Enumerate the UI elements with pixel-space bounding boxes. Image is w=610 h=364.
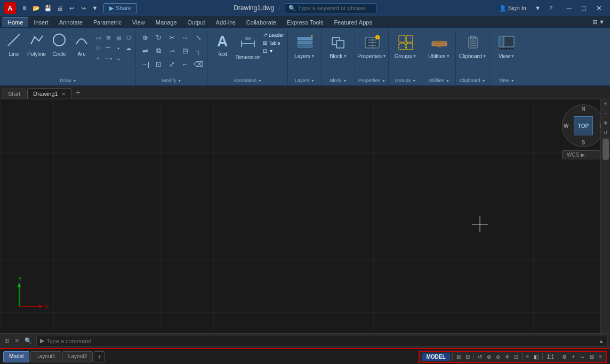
copy-btn[interactable]: ⧉ — [152, 44, 165, 57]
save-btn[interactable]: 💾 — [43, 3, 53, 13]
draw-group-label[interactable]: Draw ▼ — [60, 78, 77, 84]
offset-btn[interactable]: ⊸ — [165, 44, 178, 57]
utilities-group-footer[interactable]: Utilities ▼ — [429, 78, 450, 84]
command-close-btn[interactable]: ✕ — [12, 336, 21, 345]
tab-home[interactable]: Home — [2, 17, 28, 27]
clipboard-group-footer[interactable]: Clipboard ▼ — [460, 78, 485, 84]
annotation-scale-btn[interactable]: ↔ — [578, 353, 587, 360]
tab-output[interactable]: Output — [182, 18, 211, 27]
layout-tab-layout1[interactable]: Layout1 — [30, 351, 61, 362]
spline-btn[interactable]: 〜 — [103, 43, 113, 53]
leader-btn[interactable]: ↗ Leader — [261, 31, 285, 39]
command-history-btn[interactable]: ⊞ — [2, 336, 11, 345]
help-btn[interactable]: ? — [546, 4, 556, 12]
multiline-btn[interactable]: ≡ — [93, 54, 103, 63]
properties-button[interactable]: ! Properties ▼ — [358, 31, 386, 69]
grid-toggle-btn[interactable]: ⊞ — [455, 353, 462, 360]
polar-toggle-btn[interactable]: ↺ — [476, 353, 484, 360]
settings-btn[interactable]: ⚙ — [560, 353, 568, 360]
fillet-btn[interactable]: ╮ — [192, 44, 205, 57]
redo-btn[interactable]: ↪ — [78, 3, 89, 13]
line-button[interactable]: Line — [3, 31, 25, 59]
scale-btn[interactable]: 1:1 — [545, 353, 556, 360]
tab-manage[interactable]: Manage — [150, 18, 182, 27]
layout-tab-layout2[interactable]: Layout2 — [62, 351, 93, 362]
app-logo[interactable]: A — [4, 2, 16, 14]
search-bar[interactable]: 🔍 — [285, 3, 376, 13]
tab-express[interactable]: Express Tools — [282, 18, 328, 27]
rectangle-btn[interactable]: ▭ — [93, 33, 103, 42]
xline-btn[interactable]: ↔ — [114, 54, 123, 63]
extend-btn[interactable]: →| — [139, 58, 151, 70]
minimize-button[interactable]: ─ — [562, 3, 576, 13]
properties-group-footer[interactable]: Properties ▼ — [358, 78, 386, 84]
gradient-btn[interactable]: ▤ — [114, 33, 123, 42]
share-button[interactable]: ▶ Share — [103, 3, 137, 13]
pan-btn[interactable]: ✥ — [601, 118, 611, 128]
right-scrollbar[interactable] — [603, 139, 609, 332]
scale-btn[interactable]: ⤡ — [192, 31, 205, 44]
mirror-btn[interactable]: ⇌ — [139, 44, 151, 57]
orbit-btn[interactable]: ↺ — [601, 128, 611, 137]
new-layout-button[interactable]: + — [94, 351, 105, 362]
workspace-btn[interactable]: + — [570, 353, 576, 360]
wipe-btn[interactable]: ▪ — [114, 43, 123, 53]
signin-btn[interactable]: 👤 Sign In — [496, 4, 529, 13]
drawing1-tab-close[interactable]: ✕ — [61, 91, 66, 97]
layers-button[interactable]: Layers ▼ — [291, 31, 319, 69]
view-group-footer[interactable]: View ▼ — [499, 78, 514, 84]
viewport-controls-btn[interactable]: ⊞ — [588, 353, 596, 360]
clipboard-button[interactable]: Clipboard ▼ — [459, 31, 487, 69]
point-btn[interactable]: · — [124, 54, 133, 63]
drawing-viewport[interactable]: N S W E TOP WCS ▶ + − ✥ ↺ — [0, 99, 610, 333]
account-btn[interactable]: ▼ — [532, 4, 544, 12]
trim-btn[interactable]: ✂ — [165, 31, 178, 44]
customization-btn[interactable]: ≡ — [597, 353, 604, 360]
new-file-btn[interactable]: 🗎 — [19, 3, 30, 13]
stretch-btn[interactable]: ↔ — [179, 31, 191, 44]
command-scroll-btn[interactable]: ▲ — [598, 338, 604, 344]
ucs-toggle-btn[interactable]: ✛ — [503, 353, 511, 360]
table-btn[interactable]: ⊞ Table — [261, 39, 285, 47]
new-tab-button[interactable]: + — [73, 88, 84, 98]
dimension-button[interactable]: DIM Dimension — [236, 31, 260, 62]
modify-group-label[interactable]: Modify ▼ — [162, 78, 181, 84]
maximize-button[interactable]: □ — [577, 3, 591, 13]
markup-btn[interactable]: ⊡ ▼ — [261, 47, 285, 55]
print-btn[interactable]: 🖨 — [54, 3, 65, 13]
ellipse-btn[interactable]: ⬭ — [93, 43, 103, 53]
circle-button[interactable]: Circle — [49, 31, 70, 59]
revision-btn[interactable]: ☁ — [124, 43, 133, 53]
groups-group-footer[interactable]: Groups ▼ — [395, 78, 416, 84]
tab-insert[interactable]: Insert — [28, 18, 54, 27]
layers-group-footer-label[interactable]: Layers ▼ — [295, 78, 315, 84]
undo-btn[interactable]: ↩ — [66, 3, 77, 13]
tab-view[interactable]: View — [127, 18, 150, 27]
snap-toggle-btn[interactable]: ⊟ — [464, 353, 471, 360]
otrack-toggle-btn[interactable]: ⊘ — [494, 353, 502, 360]
tab-parametric[interactable]: Parametric — [88, 18, 127, 27]
tab-collaborate[interactable]: Collaborate — [241, 18, 282, 27]
command-input-container[interactable]: ▶ ▲ — [36, 336, 608, 346]
ray-btn[interactable]: ⟶ — [103, 54, 113, 63]
break-btn[interactable]: ⊡ — [152, 58, 165, 70]
wcs-button[interactable]: WCS ▶ — [562, 150, 605, 159]
move-btn[interactable]: ⊕ — [139, 31, 151, 44]
command-search-btn[interactable]: 🔍 — [22, 336, 34, 345]
tab-addins[interactable]: Add-ins — [211, 18, 241, 27]
block-button[interactable]: Block ▼ — [325, 31, 352, 69]
join-btn[interactable]: ⤢ — [165, 58, 178, 70]
cube-face-top[interactable]: TOP — [574, 116, 593, 135]
zoom-in-btn[interactable]: + — [601, 99, 611, 109]
delete-btn[interactable]: ⌫ — [192, 58, 205, 70]
arc-button[interactable]: Arc — [71, 31, 92, 59]
dyn-toggle-btn[interactable]: ⊡ — [512, 353, 520, 360]
osnap-toggle-btn[interactable]: ⊕ — [485, 353, 493, 360]
lineweight-btn[interactable]: ≡ — [525, 353, 531, 360]
text-button[interactable]: A Text — [210, 31, 235, 62]
annotation-group-label[interactable]: Annotation ▼ — [234, 78, 262, 84]
qa-dropdown-btn[interactable]: ▼ — [90, 3, 100, 13]
doc-tab-start[interactable]: Start — [2, 88, 26, 99]
search-input[interactable] — [298, 5, 373, 11]
open-file-btn[interactable]: 📂 — [31, 3, 42, 13]
